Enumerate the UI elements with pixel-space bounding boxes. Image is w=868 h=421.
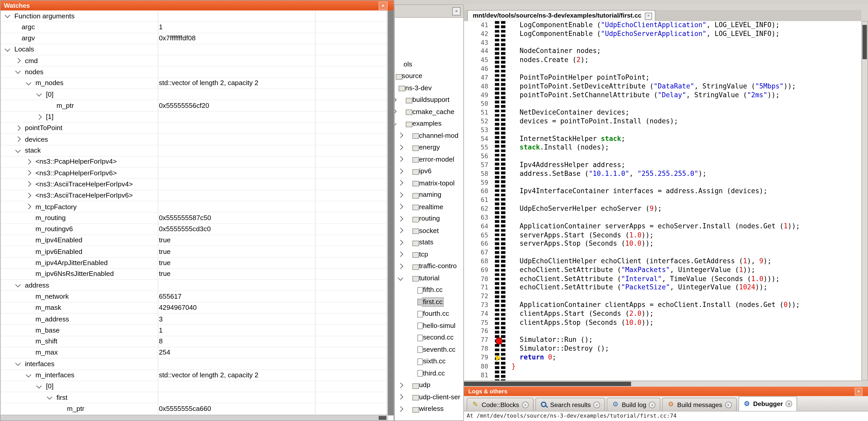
tree-item[interactable]: examples <box>395 118 463 130</box>
watch-row[interactable]: [0] <box>1 381 388 392</box>
collapse-expander-icon[interactable] <box>26 80 31 85</box>
tree-item[interactable]: seventh.cc <box>395 344 463 355</box>
watch-row[interactable]: <ns3::AsciiTraceHelperForIpv4> <box>1 179 388 190</box>
code-line[interactable]: 54 InternetStackHelper stack; <box>464 135 861 143</box>
scrollbar-thumb[interactable] <box>863 25 867 59</box>
tree-item[interactable]: channel-mod <box>395 130 463 141</box>
expand-expander-icon[interactable] <box>398 239 403 245</box>
tree-item[interactable]: energy <box>395 141 463 153</box>
code-line[interactable]: 58 address.SetBase ("10.1.1.0", "255.255… <box>464 170 861 179</box>
expand-expander-icon[interactable] <box>26 182 31 187</box>
code-line[interactable]: 49 pointToPoint.SetChannelAttribute ("De… <box>464 91 861 100</box>
code-line[interactable]: 63 <box>464 213 861 222</box>
code-line[interactable]: 73 ApplicationContainer clientApps = ech… <box>464 301 861 310</box>
watch-row[interactable]: stack <box>1 145 388 157</box>
watch-row[interactable]: m_ipv4Enabledtrue <box>1 235 388 246</box>
code-line[interactable]: 45 nodes.Create (2); <box>464 56 861 65</box>
code-line[interactable]: 70 echoClient.SetAttribute ("Interval", … <box>464 274 861 284</box>
collapse-expander-icon[interactable] <box>394 121 397 126</box>
code-line[interactable]: 57 Ipv4AddressHelper address; <box>464 161 861 170</box>
expand-expander-icon[interactable] <box>398 216 403 221</box>
watch-row[interactable]: m_mask4294967040 <box>1 302 388 314</box>
collapse-expander-icon[interactable] <box>398 275 403 281</box>
watch-row[interactable]: m_shift8 <box>1 336 388 347</box>
code-line[interactable]: 76 <box>464 327 861 336</box>
tree-item[interactable]: buildsupport <box>395 94 463 106</box>
tree-item[interactable]: realtime <box>395 201 463 213</box>
code-line[interactable]: 61 <box>464 196 861 205</box>
tree-item[interactable]: fifth.cc <box>395 284 463 296</box>
expand-expander-icon[interactable] <box>398 263 403 269</box>
expand-expander-icon[interactable] <box>394 97 397 102</box>
tree-item[interactable]: fourth.cc <box>395 308 463 320</box>
code-line[interactable]: 77 Simulator::Run (); <box>464 336 861 345</box>
close-icon[interactable]: × <box>855 388 863 395</box>
watch-row[interactable]: m_network655617 <box>1 291 388 302</box>
tree-item[interactable]: ols <box>395 58 463 70</box>
collapse-expander-icon[interactable] <box>15 147 21 153</box>
watch-row[interactable]: nodes <box>1 67 388 78</box>
logs-tab-code-blocks[interactable]: ✎Code::Blocks× <box>467 398 533 411</box>
code-line[interactable]: 74 clientApps.Start (Seconds (2.0)); <box>464 310 861 318</box>
code-line[interactable]: 42 LogComponentEnable ("UdpEchoServerApp… <box>464 30 861 38</box>
watches-horizontal-scrollbar[interactable] <box>1 415 388 420</box>
tree-item[interactable]: hello-simul <box>395 320 463 331</box>
code-line[interactable]: 62 UdpEchoServerHelper echoServer (9); <box>464 205 861 214</box>
watch-row[interactable]: argv0x7fffffffdf08 <box>1 33 388 44</box>
watch-row[interactable]: [0] <box>1 89 388 100</box>
collapse-expander-icon[interactable] <box>26 372 31 377</box>
tree-item[interactable]: cmake_cache <box>395 106 463 118</box>
watch-row[interactable]: m_interfacesstd::vector of length 2, cap… <box>1 370 388 381</box>
watch-row[interactable]: m_ipv6Enabledtrue <box>1 246 388 257</box>
code-line[interactable]: 67 <box>464 249 861 257</box>
expand-expander-icon[interactable] <box>398 382 403 388</box>
expand-expander-icon[interactable] <box>36 114 42 120</box>
tree-item[interactable]: matrix-topol <box>395 177 463 189</box>
code-line[interactable]: 41 LogComponentEnable ("UdpEchoClientApp… <box>464 21 861 30</box>
tree-item[interactable]: tutorial <box>395 272 463 284</box>
code-line[interactable]: 72 <box>464 292 861 301</box>
tree-item[interactable]: ipv6 <box>395 165 463 177</box>
code-line[interactable]: 66 serverApps.Stop (Seconds (10.0)); <box>464 240 861 249</box>
close-icon[interactable]: × <box>725 401 732 408</box>
tree-item[interactable]: source <box>395 70 463 82</box>
watch-row[interactable]: m_ptr0x5555555ca660 <box>1 403 388 415</box>
collapse-expander-icon[interactable] <box>15 68 21 74</box>
watch-row[interactable]: pointToPoint <box>1 123 388 134</box>
editor-vertical-scrollbar[interactable] <box>861 21 868 380</box>
watch-row[interactable]: m_routing0x555555587c50 <box>1 213 388 224</box>
watch-row[interactable]: m_ipv4ArpJitterEnabledtrue <box>1 258 388 269</box>
code-line[interactable]: 51 NetDeviceContainer devices; <box>464 108 861 118</box>
watch-row[interactable]: m_base1 <box>1 325 388 336</box>
watch-row[interactable]: [1] <box>1 111 388 123</box>
watch-row[interactable]: <ns3::PcapHelperForIpv4> <box>1 157 388 168</box>
watch-row[interactable]: <ns3::PcapHelperForIpv6> <box>1 168 388 179</box>
code-line[interactable]: 47 PointToPointHelper pointToPoint; <box>464 73 861 82</box>
watch-row[interactable]: m_ipv6NsRsJitterEnabledtrue <box>1 269 388 280</box>
expand-expander-icon[interactable] <box>26 193 31 198</box>
expand-expander-icon[interactable] <box>398 394 403 399</box>
code-line[interactable]: 78 Simulator::Destroy (); <box>464 345 861 354</box>
watch-row[interactable]: m_ptr0x55555556cf20 <box>1 100 388 111</box>
tree-item[interactable]: tcp <box>395 248 463 260</box>
watch-row[interactable]: m_address3 <box>1 314 388 325</box>
tree-item[interactable]: udp <box>395 379 463 391</box>
code-line[interactable]: 43 <box>464 38 861 47</box>
code-line[interactable]: 60 Ipv4InterfaceContainer interfaces = a… <box>464 187 861 196</box>
tree-item[interactable]: udp-client-ser <box>395 391 463 403</box>
logs-tab-debugger[interactable]: ⚙Debugger× <box>738 396 797 411</box>
watch-row[interactable]: m_routingv60x5555555cd3c0 <box>1 224 388 235</box>
code-line[interactable]: 80} <box>464 362 861 371</box>
code-line[interactable]: 50 <box>464 100 861 108</box>
tree-item[interactable]: first.cc <box>395 296 463 308</box>
collapse-expander-icon[interactable] <box>47 394 52 399</box>
editor-horizontal-scrollbar[interactable] <box>464 381 861 387</box>
logs-tab-build-log[interactable]: ⚙Build log× <box>607 398 661 411</box>
watch-row[interactable]: <ns3::AsciiTraceHelperForIpv6> <box>1 190 388 201</box>
code-line[interactable]: 52 devices = pointToPoint.Install (nodes… <box>464 117 861 126</box>
expand-expander-icon[interactable] <box>398 168 403 173</box>
expand-expander-icon[interactable] <box>398 180 403 186</box>
expand-expander-icon[interactable] <box>398 251 403 257</box>
code-line[interactable]: 75 clientApps.Stop (Seconds (10.0)); <box>464 318 861 327</box>
scrollbar-thumb[interactable] <box>464 382 631 386</box>
